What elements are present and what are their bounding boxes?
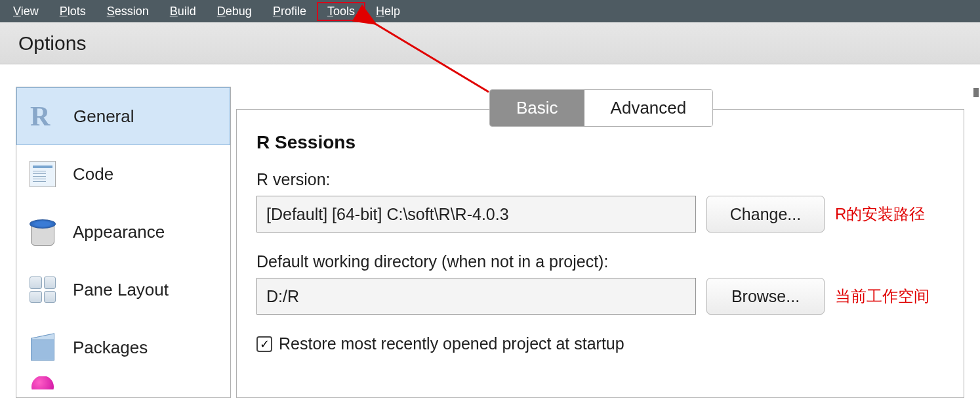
tab-advanced[interactable]: Advanced xyxy=(584,90,713,126)
browse-working-dir-button[interactable]: Browse... xyxy=(706,278,825,315)
svg-text:R: R xyxy=(30,102,51,131)
options-content: Basic Advanced R Sessions R version: [De… xyxy=(236,87,980,398)
sidebar-item-appearance[interactable]: Appearance xyxy=(16,203,230,261)
menu-plots[interactable]: Plots xyxy=(49,2,96,21)
sidebar-item-general[interactable]: R General xyxy=(16,87,230,145)
sidebar-item-label: Appearance xyxy=(73,222,165,242)
sidebar-item-label: General xyxy=(73,106,134,127)
annotation-working-space: 当前工作空间 xyxy=(835,286,929,307)
scrollbar-thumb[interactable] xyxy=(973,88,979,97)
menu-bar: View Plots Session Build Debug Profile T… xyxy=(0,0,980,22)
options-tabs: Basic Advanced xyxy=(489,89,713,127)
menu-tools[interactable]: Tools xyxy=(317,2,365,21)
tab-basic[interactable]: Basic xyxy=(490,90,584,126)
sidebar-item-label: Code xyxy=(73,164,113,185)
menu-build[interactable]: Build xyxy=(159,2,207,21)
change-r-version-button[interactable]: Change... xyxy=(706,196,825,232)
sidebar-item-packages[interactable]: Packages xyxy=(16,319,230,376)
sidebar-item-code[interactable]: Code xyxy=(16,145,230,203)
pane-grid-icon xyxy=(27,274,58,305)
working-dir-label: Default working directory (when not in a… xyxy=(256,252,944,271)
restore-project-label: Restore most recently opened project at … xyxy=(279,334,624,353)
menu-session[interactable]: Session xyxy=(96,2,159,21)
r-version-field[interactable]: [Default] [64-bit] C:\soft\R\R-4.0.3 xyxy=(256,196,696,232)
sidebar-item-partial[interactable] xyxy=(16,376,230,398)
menu-help[interactable]: Help xyxy=(365,2,411,21)
options-panel: R Sessions R version: [Default] [64-bit]… xyxy=(236,109,964,398)
working-dir-value: D:/R xyxy=(266,287,299,306)
sidebar-item-pane-layout[interactable]: Pane Layout xyxy=(16,261,230,319)
restore-project-checkbox-row[interactable]: ✓ Restore most recently opened project a… xyxy=(256,334,944,353)
paint-bucket-icon xyxy=(27,216,58,248)
checkbox-icon[interactable]: ✓ xyxy=(256,336,272,352)
code-icon xyxy=(27,158,58,190)
package-box-icon xyxy=(27,332,58,363)
r-logo-icon: R xyxy=(28,100,59,132)
menu-profile[interactable]: Profile xyxy=(262,2,317,21)
annotation-r-install-path: R的安装路径 xyxy=(835,204,925,225)
dialog-title: Options xyxy=(0,22,980,64)
menu-view[interactable]: View xyxy=(3,2,49,21)
working-dir-field[interactable]: D:/R xyxy=(256,278,696,315)
dot-icon xyxy=(27,376,58,389)
menu-debug[interactable]: Debug xyxy=(207,2,262,21)
r-version-label: R version: xyxy=(256,170,944,189)
sidebar-item-label: Pane Layout xyxy=(73,280,169,300)
r-version-value: [Default] [64-bit] C:\soft\R\R-4.0.3 xyxy=(266,205,509,224)
sidebar-item-label: Packages xyxy=(73,338,148,358)
section-heading-r-sessions: R Sessions xyxy=(256,132,944,153)
options-sidebar: R General Code Appearance Pane Layout Pa… xyxy=(16,87,231,398)
